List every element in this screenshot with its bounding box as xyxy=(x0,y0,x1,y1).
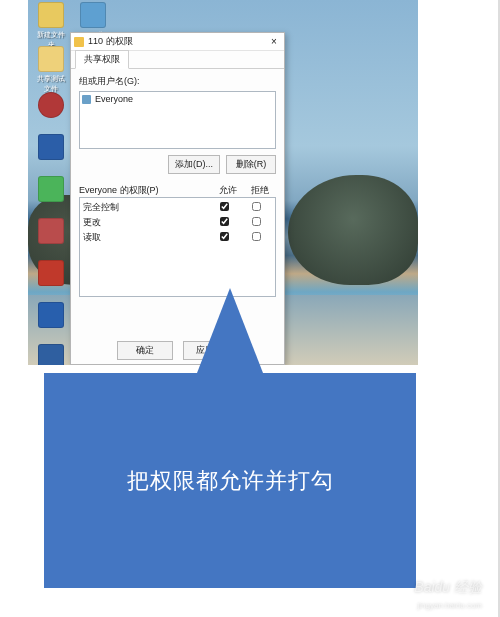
permissions-header: Everyone 的权限(P) 允许 拒绝 xyxy=(79,184,276,197)
desktop-icon[interactable] xyxy=(34,302,68,330)
dialog-title: 110 的权限 xyxy=(88,35,267,48)
deny-checkbox-read[interactable] xyxy=(252,232,261,241)
allow-checkbox-change[interactable] xyxy=(220,217,229,226)
app-icon xyxy=(38,134,64,160)
permissions-list: 完全控制 更改 读取 xyxy=(79,197,276,297)
dialog-body: 组或用户名(G): Everyone 添加(D)... 删除(R) Everyo… xyxy=(71,69,284,301)
permission-row: 更改 xyxy=(80,215,275,230)
wallpaper-rock xyxy=(288,175,418,285)
user-list[interactable]: Everyone xyxy=(79,91,276,149)
permissions-for-label: Everyone 的权限(P) xyxy=(79,184,212,197)
users-icon xyxy=(82,95,91,104)
group-users-label: 组或用户名(G): xyxy=(79,75,276,88)
desktop-icon[interactable] xyxy=(34,344,68,365)
desktop-icon-label: 共享测试文件 xyxy=(37,75,65,92)
desktop-icon[interactable]: 新建文件夹 xyxy=(34,2,68,50)
callout-arrow-icon xyxy=(197,288,263,373)
watermark: Baidu 经验 jingyan.baidu.com xyxy=(414,580,482,611)
file-icon xyxy=(80,2,106,28)
permission-name: 更改 xyxy=(83,216,208,229)
remove-button[interactable]: 删除(R) xyxy=(226,155,276,174)
allow-checkbox-full-control[interactable] xyxy=(220,202,229,211)
deny-header: 拒绝 xyxy=(244,184,276,197)
user-name: Everyone xyxy=(95,94,133,104)
close-button[interactable]: × xyxy=(267,35,281,49)
desktop-icon[interactable] xyxy=(34,218,68,246)
app-icon xyxy=(38,302,64,328)
desktop-icon[interactable] xyxy=(34,92,68,120)
tab-share-permissions[interactable]: 共享权限 xyxy=(75,50,129,69)
user-row-everyone[interactable]: Everyone xyxy=(82,94,273,104)
allow-checkbox-read[interactable] xyxy=(220,232,229,241)
folder-icon xyxy=(38,46,64,72)
app-icon xyxy=(38,218,64,244)
permission-name: 完全控制 xyxy=(83,201,208,214)
deny-checkbox-change[interactable] xyxy=(252,217,261,226)
folder-icon xyxy=(74,37,84,47)
allow-header: 允许 xyxy=(212,184,244,197)
watermark-brand: Baidu 经验 xyxy=(414,579,482,595)
app-icon xyxy=(38,260,64,286)
ok-button[interactable]: 确定 xyxy=(117,341,173,360)
app-icon xyxy=(38,344,64,365)
permission-row: 完全控制 xyxy=(80,200,275,215)
desktop-icon[interactable]: 共享测试文件 xyxy=(34,46,68,94)
add-button[interactable]: 添加(D)... xyxy=(168,155,220,174)
tab-strip: 共享权限 xyxy=(71,51,284,69)
permission-name: 读取 xyxy=(83,231,208,244)
annotation-callout: 把权限都允许并打勾 xyxy=(44,373,416,588)
app-icon xyxy=(38,176,64,202)
dialog-titlebar[interactable]: 110 的权限 × xyxy=(71,33,284,51)
callout-text: 把权限都允许并打勾 xyxy=(127,466,334,496)
desktop-icon[interactable] xyxy=(34,176,68,204)
desktop-icon[interactable] xyxy=(34,134,68,162)
permission-row: 读取 xyxy=(80,230,275,245)
watermark-url: jingyan.baidu.com xyxy=(418,601,482,610)
desktop-icon[interactable] xyxy=(34,260,68,288)
folder-icon xyxy=(38,2,64,28)
user-buttons: 添加(D)... 删除(R) xyxy=(79,155,276,174)
page-frame: 新建文件夹 2018公司... 共享测试文件 桌面文件夹 110 的权限 × 共… xyxy=(0,0,500,617)
deny-checkbox-full-control[interactable] xyxy=(252,202,261,211)
app-icon xyxy=(38,92,64,118)
